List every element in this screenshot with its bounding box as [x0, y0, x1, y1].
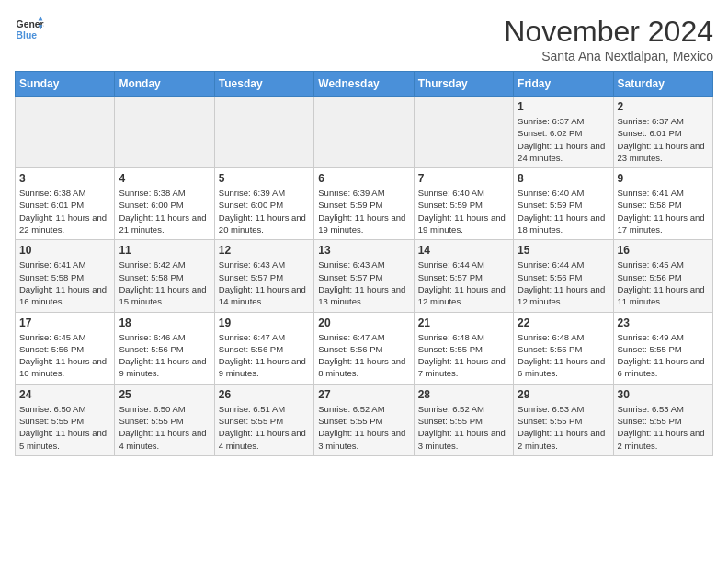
day-info: Sunrise: 6:46 AM Sunset: 5:56 PM Dayligh…	[119, 331, 210, 380]
day-number: 8	[518, 172, 609, 185]
calendar-cell: 7Sunrise: 6:40 AM Sunset: 5:59 PM Daylig…	[414, 168, 513, 240]
day-info: Sunrise: 6:52 AM Sunset: 5:55 PM Dayligh…	[318, 403, 409, 452]
calendar-cell: 12Sunrise: 6:43 AM Sunset: 5:57 PM Dayli…	[214, 240, 313, 312]
calendar-cell: 28Sunrise: 6:52 AM Sunset: 5:55 PM Dayli…	[414, 384, 513, 455]
week-row-5: 24Sunrise: 6:50 AM Sunset: 5:55 PM Dayli…	[16, 384, 713, 455]
calendar-cell: 22Sunrise: 6:48 AM Sunset: 5:55 PM Dayli…	[514, 312, 613, 384]
calendar-cell: 8Sunrise: 6:40 AM Sunset: 5:59 PM Daylig…	[514, 168, 613, 240]
day-number: 7	[418, 172, 509, 185]
calendar-cell: 3Sunrise: 6:38 AM Sunset: 6:01 PM Daylig…	[16, 168, 115, 240]
calendar-cell: 2Sunrise: 6:37 AM Sunset: 6:01 PM Daylig…	[613, 97, 712, 168]
calendar-cell: 29Sunrise: 6:53 AM Sunset: 5:55 PM Dayli…	[514, 384, 613, 455]
day-info: Sunrise: 6:40 AM Sunset: 5:59 PM Dayligh…	[518, 187, 609, 236]
day-info: Sunrise: 6:49 AM Sunset: 5:55 PM Dayligh…	[618, 331, 709, 380]
day-info: Sunrise: 6:37 AM Sunset: 6:01 PM Dayligh…	[618, 115, 709, 164]
day-number: 2	[618, 100, 709, 113]
day-info: Sunrise: 6:39 AM Sunset: 5:59 PM Dayligh…	[318, 187, 409, 236]
day-header-row: SundayMondayTuesdayWednesdayThursdayFrid…	[16, 72, 713, 97]
day-number: 15	[518, 244, 609, 257]
calendar-cell: 26Sunrise: 6:51 AM Sunset: 5:55 PM Dayli…	[214, 384, 313, 455]
week-row-3: 10Sunrise: 6:41 AM Sunset: 5:58 PM Dayli…	[16, 240, 713, 312]
day-header-saturday: Saturday	[613, 72, 712, 97]
day-info: Sunrise: 6:39 AM Sunset: 6:00 PM Dayligh…	[219, 187, 310, 236]
day-info: Sunrise: 6:47 AM Sunset: 5:56 PM Dayligh…	[219, 331, 310, 380]
calendar-cell: 16Sunrise: 6:45 AM Sunset: 5:56 PM Dayli…	[613, 240, 712, 312]
day-info: Sunrise: 6:38 AM Sunset: 6:00 PM Dayligh…	[119, 187, 210, 236]
day-info: Sunrise: 6:41 AM Sunset: 5:58 PM Dayligh…	[618, 187, 709, 236]
day-header-wednesday: Wednesday	[314, 72, 414, 97]
page-header: General Blue November 2024 Santa Ana Nex…	[15, 15, 713, 63]
day-number: 14	[418, 244, 509, 257]
title-block: November 2024 Santa Ana Nextlalpan, Mexi…	[504, 15, 713, 63]
calendar-header: SundayMondayTuesdayWednesdayThursdayFrid…	[16, 72, 713, 97]
day-info: Sunrise: 6:48 AM Sunset: 5:55 PM Dayligh…	[418, 331, 509, 380]
day-number: 5	[219, 172, 310, 185]
day-info: Sunrise: 6:37 AM Sunset: 6:02 PM Dayligh…	[518, 115, 609, 164]
day-number: 25	[119, 388, 210, 401]
day-info: Sunrise: 6:53 AM Sunset: 5:55 PM Dayligh…	[518, 403, 609, 452]
day-info: Sunrise: 6:53 AM Sunset: 5:55 PM Dayligh…	[618, 403, 709, 452]
calendar-body: 1Sunrise: 6:37 AM Sunset: 6:02 PM Daylig…	[16, 97, 713, 456]
calendar-cell: 17Sunrise: 6:45 AM Sunset: 5:56 PM Dayli…	[16, 312, 115, 384]
day-number: 10	[19, 244, 110, 257]
calendar-cell: 14Sunrise: 6:44 AM Sunset: 5:57 PM Dayli…	[414, 240, 513, 312]
day-info: Sunrise: 6:40 AM Sunset: 5:59 PM Dayligh…	[418, 187, 509, 236]
calendar-cell: 13Sunrise: 6:43 AM Sunset: 5:57 PM Dayli…	[314, 240, 414, 312]
calendar-cell: 18Sunrise: 6:46 AM Sunset: 5:56 PM Dayli…	[115, 312, 214, 384]
calendar-cell: 27Sunrise: 6:52 AM Sunset: 5:55 PM Dayli…	[314, 384, 414, 455]
day-header-tuesday: Tuesday	[214, 72, 313, 97]
calendar-cell	[214, 97, 313, 168]
calendar-cell: 6Sunrise: 6:39 AM Sunset: 5:59 PM Daylig…	[314, 168, 414, 240]
calendar-cell: 25Sunrise: 6:50 AM Sunset: 5:55 PM Dayli…	[115, 384, 214, 455]
week-row-2: 3Sunrise: 6:38 AM Sunset: 6:01 PM Daylig…	[16, 168, 713, 240]
calendar-cell: 10Sunrise: 6:41 AM Sunset: 5:58 PM Dayli…	[16, 240, 115, 312]
calendar-cell: 15Sunrise: 6:44 AM Sunset: 5:56 PM Dayli…	[514, 240, 613, 312]
day-number: 30	[618, 388, 709, 401]
calendar-cell: 1Sunrise: 6:37 AM Sunset: 6:02 PM Daylig…	[514, 97, 613, 168]
location-subtitle: Santa Ana Nextlalpan, Mexico	[504, 49, 713, 63]
calendar-cell: 4Sunrise: 6:38 AM Sunset: 6:00 PM Daylig…	[115, 168, 214, 240]
calendar-cell: 9Sunrise: 6:41 AM Sunset: 5:58 PM Daylig…	[613, 168, 712, 240]
day-info: Sunrise: 6:52 AM Sunset: 5:55 PM Dayligh…	[418, 403, 509, 452]
calendar-table: SundayMondayTuesdayWednesdayThursdayFrid…	[15, 71, 713, 456]
day-number: 13	[318, 244, 409, 257]
day-number: 9	[618, 172, 709, 185]
day-number: 26	[219, 388, 310, 401]
day-info: Sunrise: 6:44 AM Sunset: 5:56 PM Dayligh…	[518, 259, 609, 307]
day-number: 1	[518, 100, 609, 113]
day-number: 27	[318, 388, 409, 401]
calendar-cell	[115, 97, 214, 168]
day-number: 20	[318, 316, 409, 329]
day-header-monday: Monday	[115, 72, 214, 97]
day-info: Sunrise: 6:50 AM Sunset: 5:55 PM Dayligh…	[119, 403, 210, 452]
day-number: 29	[518, 388, 609, 401]
day-header-friday: Friday	[514, 72, 613, 97]
logo: General Blue	[15, 15, 44, 44]
calendar-cell: 23Sunrise: 6:49 AM Sunset: 5:55 PM Dayli…	[613, 312, 712, 384]
calendar-cell: 20Sunrise: 6:47 AM Sunset: 5:56 PM Dayli…	[314, 312, 414, 384]
day-info: Sunrise: 6:38 AM Sunset: 6:01 PM Dayligh…	[19, 187, 110, 236]
calendar-cell	[314, 97, 414, 168]
day-number: 16	[618, 244, 709, 257]
day-info: Sunrise: 6:51 AM Sunset: 5:55 PM Dayligh…	[219, 403, 310, 452]
day-info: Sunrise: 6:47 AM Sunset: 5:56 PM Dayligh…	[318, 331, 409, 380]
day-number: 21	[418, 316, 509, 329]
calendar-cell: 21Sunrise: 6:48 AM Sunset: 5:55 PM Dayli…	[414, 312, 513, 384]
day-number: 11	[119, 244, 210, 257]
day-info: Sunrise: 6:45 AM Sunset: 5:56 PM Dayligh…	[618, 259, 709, 307]
day-number: 24	[19, 388, 110, 401]
calendar-cell	[414, 97, 513, 168]
day-number: 6	[318, 172, 409, 185]
day-number: 28	[418, 388, 509, 401]
day-number: 17	[19, 316, 110, 329]
day-info: Sunrise: 6:48 AM Sunset: 5:55 PM Dayligh…	[518, 331, 609, 380]
calendar-cell	[16, 97, 115, 168]
day-info: Sunrise: 6:45 AM Sunset: 5:56 PM Dayligh…	[19, 331, 110, 380]
svg-text:Blue: Blue	[17, 30, 38, 40]
day-number: 19	[219, 316, 310, 329]
day-info: Sunrise: 6:41 AM Sunset: 5:58 PM Dayligh…	[19, 259, 110, 307]
day-number: 22	[518, 316, 609, 329]
week-row-1: 1Sunrise: 6:37 AM Sunset: 6:02 PM Daylig…	[16, 97, 713, 168]
day-info: Sunrise: 6:43 AM Sunset: 5:57 PM Dayligh…	[219, 259, 310, 307]
calendar-cell: 30Sunrise: 6:53 AM Sunset: 5:55 PM Dayli…	[613, 384, 712, 455]
